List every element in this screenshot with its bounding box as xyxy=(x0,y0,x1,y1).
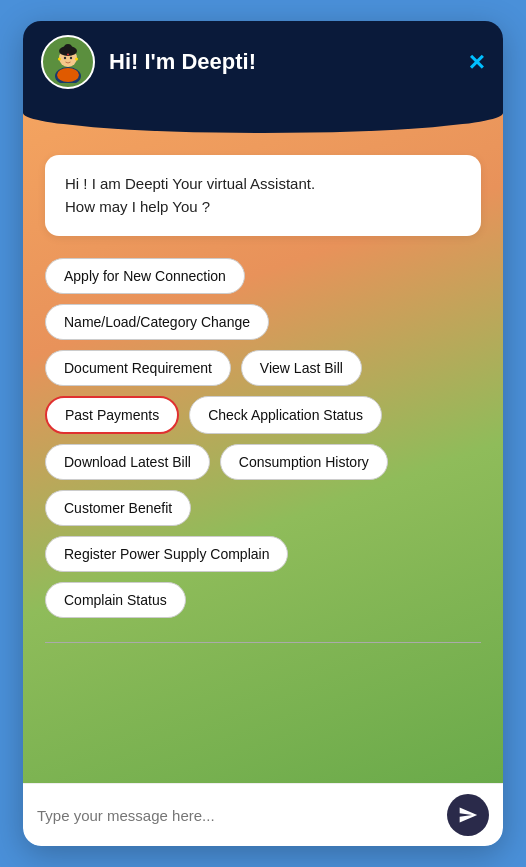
send-icon xyxy=(458,805,478,825)
customer-benefit-button[interactable]: Customer Benefit xyxy=(45,490,191,526)
complain-status-button[interactable]: Complain Status xyxy=(45,582,186,618)
button-row-5: Customer Benefit xyxy=(45,490,481,526)
avatar xyxy=(41,35,95,89)
button-row-7: Complain Status xyxy=(45,582,481,618)
chat-footer xyxy=(23,783,503,846)
wave-decoration xyxy=(23,103,503,133)
svg-point-6 xyxy=(70,57,72,59)
greeting-line1: Hi ! I am Deepti Your virtual Assistant. xyxy=(65,175,315,192)
chat-input-area xyxy=(23,783,503,846)
button-row-0: Apply for New Connection xyxy=(45,258,481,294)
chat-window: Hi! I'm Deepti! × Hi ! I am Deepti Your … xyxy=(23,21,503,846)
send-button[interactable] xyxy=(447,794,489,836)
input-divider xyxy=(45,642,481,643)
svg-point-9 xyxy=(75,58,78,61)
check-application-status-button[interactable]: Check Application Status xyxy=(189,396,382,434)
quick-reply-buttons: Apply for New Connection Name/Load/Categ… xyxy=(45,258,481,643)
close-button[interactable]: × xyxy=(469,48,485,76)
greeting-line2: How may I help You ? xyxy=(65,198,210,215)
document-requirement-button[interactable]: Document Requirement xyxy=(45,350,231,386)
button-row-1: Name/Load/Category Change xyxy=(45,304,481,340)
button-row-6: Register Power Supply Complain xyxy=(45,536,481,572)
svg-point-4 xyxy=(64,44,72,52)
download-latest-bill-button[interactable]: Download Latest Bill xyxy=(45,444,210,480)
chat-body: Hi ! I am Deepti Your virtual Assistant.… xyxy=(23,103,503,783)
register-power-supply-button[interactable]: Register Power Supply Complain xyxy=(45,536,288,572)
svg-point-1 xyxy=(57,68,79,82)
svg-point-5 xyxy=(64,57,66,59)
svg-point-7 xyxy=(67,54,69,56)
consumption-history-button[interactable]: Consumption History xyxy=(220,444,388,480)
button-row-2: Document Requirement View Last Bill xyxy=(45,350,481,386)
button-row-4: Download Latest Bill Consumption History xyxy=(45,444,481,480)
name-load-category-button[interactable]: Name/Load/Category Change xyxy=(45,304,269,340)
chat-header: Hi! I'm Deepti! × xyxy=(23,21,503,103)
past-payments-button[interactable]: Past Payments xyxy=(45,396,179,434)
greeting-message: Hi ! I am Deepti Your virtual Assistant.… xyxy=(45,155,481,236)
message-input[interactable] xyxy=(37,807,447,824)
svg-point-8 xyxy=(58,58,61,61)
button-row-3: Past Payments Check Application Status xyxy=(45,396,481,434)
header-title: Hi! I'm Deepti! xyxy=(109,49,455,75)
view-last-bill-button[interactable]: View Last Bill xyxy=(241,350,362,386)
apply-new-connection-button[interactable]: Apply for New Connection xyxy=(45,258,245,294)
